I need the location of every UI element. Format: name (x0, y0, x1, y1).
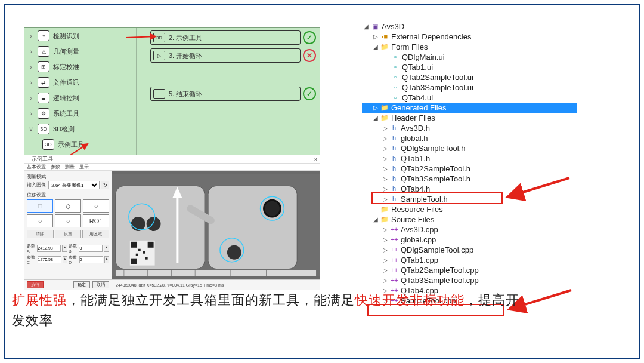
shape-circle-button[interactable]: ○ (83, 199, 109, 213)
svg-point-8 (227, 245, 242, 260)
tree-file[interactable]: ▫QTab1.ui (362, 62, 577, 72)
image-viewport[interactable] (112, 171, 320, 279)
tree-folder[interactable]: 📁Resource Files (362, 204, 577, 214)
category-item[interactable]: ›⊞标定校准 (24, 59, 136, 75)
param-d-input[interactable] (79, 256, 103, 263)
menu-item[interactable]: 显示 (79, 164, 89, 170)
category-item[interactable]: ›⇄文件通讯 (24, 75, 136, 90)
param-a-input[interactable] (37, 245, 61, 252)
spin-up-icon[interactable]: ▲ (62, 245, 67, 252)
tree-folder-selected[interactable]: ▷📁Generated Files (362, 103, 577, 113)
cpp-file-icon: ++ (389, 236, 399, 244)
tree-file[interactable]: ▷++global.cpp (362, 235, 577, 245)
refresh-button[interactable]: ↻ (101, 181, 109, 189)
dialog-sidebar: 测量模式 输入图像: 2.64 采集图像1 ↻ 位移设置 □ ◇ ○ ○ ○ R… (24, 171, 112, 279)
tree-item[interactable]: ▷▪■External Dependencies (362, 32, 577, 42)
cancel-button[interactable]: 取消 (92, 281, 109, 288)
header-file-icon: h (389, 195, 399, 204)
close-icon[interactable]: × (314, 156, 317, 162)
tree-file[interactable]: ▷++QTab1.cpp (362, 255, 577, 265)
svg-rect-3 (116, 186, 205, 269)
tree-folder[interactable]: ◢📁Form Files (362, 42, 577, 52)
folder-icon: 📁 (380, 205, 389, 214)
ok-button[interactable]: 确定 (73, 281, 90, 288)
svg-rect-18 (136, 254, 138, 256)
shape-rect-button[interactable]: □ (27, 199, 53, 213)
tree-file[interactable]: ▷hQTab4.h (362, 184, 577, 194)
run-button[interactable]: 执行 (27, 281, 44, 288)
param-b-input[interactable] (79, 245, 103, 252)
tree-file[interactable]: ▷hglobal.h (362, 133, 577, 143)
menu-item[interactable]: 测量 (65, 164, 75, 170)
svg-rect-23 (116, 270, 316, 276)
pcb-image (112, 171, 320, 279)
category-item[interactable]: ›△几何测量 (24, 44, 136, 59)
tree-file[interactable]: ▷hQTab2SampleTool.h (362, 164, 577, 174)
menu-item[interactable]: 参数 (51, 164, 60, 170)
tree-file[interactable]: ▷hQTab3SampleTool.h (362, 174, 577, 184)
shape-roi-button[interactable]: RO1 (83, 214, 109, 227)
window-icon: □ (27, 156, 30, 162)
tree-file[interactable]: ▫QTab4.ui (362, 93, 577, 103)
tree-file-highlighted[interactable]: ▷hSampleTool.h (362, 194, 577, 204)
project-icon: ▣ (370, 23, 380, 31)
toolbox-subitem[interactable]: 3D示例工具 (24, 137, 136, 152)
category-item[interactable]: ›≣逻辑控制 (24, 90, 136, 106)
flow-step[interactable]: ⏸5. 结束循环 ✓ (150, 87, 316, 101)
ui-file-icon: ▫ (391, 84, 400, 92)
tree-file[interactable]: ▷++QTab2SampleTool.cpp (362, 265, 577, 275)
svg-rect-14 (148, 242, 154, 248)
tree-file[interactable]: ▫QTab3SampleTool.ui (362, 82, 577, 93)
param-row: 参数A▲参数B▲ (27, 243, 109, 253)
tree-file[interactable]: ▷hAvs3D.h (362, 123, 577, 133)
svg-point-6 (147, 217, 161, 231)
category-icon: 3D (38, 124, 49, 134)
category-icon: ⚙ (38, 108, 49, 119)
input-image-select[interactable]: 2.64 采集图像1 (48, 181, 100, 189)
tool-3d-icon: 3D (42, 139, 54, 150)
slide-caption: 扩展性强，能满足独立开发工具箱里面的新工具，能满足快速开发非标功能，提高开 发效… (12, 290, 632, 331)
status-ok-icon: ✓ (303, 87, 316, 100)
use-region-button[interactable]: 用区域 (82, 230, 109, 238)
header-file-icon: h (389, 124, 399, 133)
set-button[interactable]: 设置 (55, 230, 82, 238)
ui-file-icon: ▫ (391, 63, 400, 72)
cpp-file-icon: ++ (389, 226, 399, 234)
category-item[interactable]: ›⌖检测识别 (24, 28, 136, 44)
tree-folder[interactable]: ◢📁Header Files (362, 113, 577, 123)
shape-diamond-button[interactable]: ◇ (55, 199, 81, 213)
category-item[interactable]: ›⚙系统工具 (24, 106, 136, 121)
menu-item[interactable]: 基本设置 (27, 164, 46, 170)
tree-file[interactable]: ▷hQTab1.h (362, 153, 577, 164)
spin-up-icon[interactable]: ▲ (104, 256, 110, 263)
svg-rect-15 (131, 259, 137, 264)
flow-step[interactable]: ▷3. 开始循环 ✕ (150, 48, 316, 63)
dialog-menu: 基本设置 参数 测量 显示 (24, 164, 320, 171)
cpp-file-icon: ++ (389, 266, 399, 275)
svg-rect-19 (145, 257, 148, 260)
ui-file-icon: ▫ (391, 94, 400, 102)
tree-file[interactable]: ▷++QDlgSampleTool.cpp (362, 245, 577, 255)
spin-up-icon[interactable]: ▲ (63, 256, 68, 263)
category-item[interactable]: ∨3D3D检测 (24, 121, 136, 137)
param-row: 参数C▲参数D▲ (27, 254, 109, 264)
param-c-input[interactable] (38, 256, 61, 263)
tree-project[interactable]: ◢▣Avs3D (362, 21, 577, 32)
tree-file[interactable]: ▷hQDlgSampleTool.h (362, 143, 577, 153)
svg-rect-16 (138, 249, 141, 251)
tree-file[interactable]: ▷++Avs3D.cpp (362, 224, 577, 235)
dialog-titlebar[interactable]: □ 示例工具 × (24, 155, 320, 164)
spin-up-icon[interactable]: ▲ (104, 245, 109, 252)
shape-ring-button[interactable]: ○ (55, 214, 81, 227)
clear-button[interactable]: 清除 (27, 230, 54, 238)
tree-folder[interactable]: ◢📁Source Files (362, 214, 577, 224)
tree-file[interactable]: ▷++QTab3SampleTool.cpp (362, 275, 577, 285)
flow-step[interactable]: 3D2. 示例工具 ✓ (150, 30, 316, 45)
tree-file[interactable]: ▫QTab2SampleTool.ui (362, 72, 577, 82)
svg-point-7 (264, 200, 281, 217)
category-icon: ⇄ (38, 77, 49, 88)
cpp-file-icon: ++ (389, 246, 399, 254)
tree-file[interactable]: ▫QDlgMain.ui (362, 52, 577, 62)
shape-ellipse-button[interactable]: ○ (27, 214, 53, 227)
folder-icon: 📁 (380, 104, 389, 112)
